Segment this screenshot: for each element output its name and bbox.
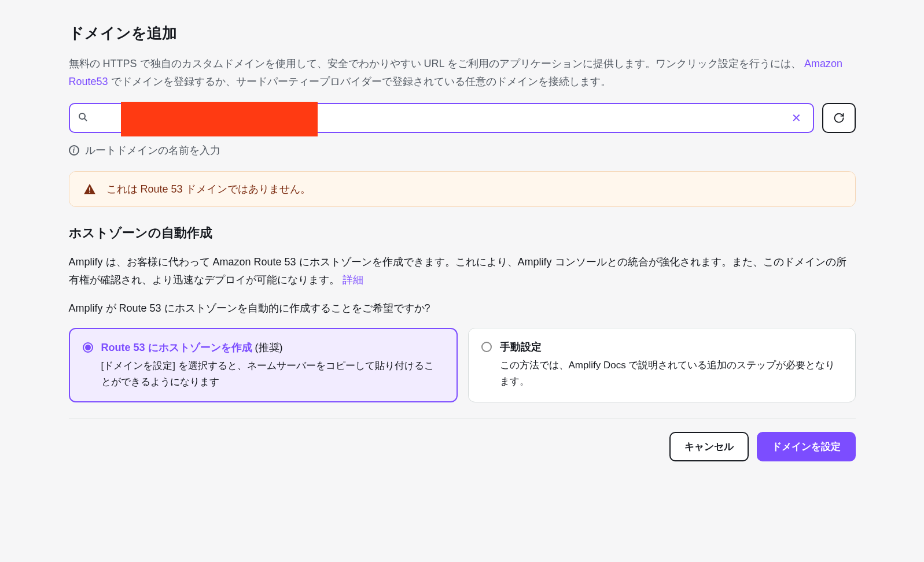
- domain-help-text: ルートドメインの名前を入力: [85, 143, 220, 157]
- intro-text: 無料の HTTPS で独自のカスタムドメインを使用して、安全でわかりやすい UR…: [69, 55, 856, 90]
- hosted-zone-desc: Amplify は、お客様に代わって Amazon Route 53 にホストゾ…: [69, 253, 856, 289]
- svg-line-1: [84, 119, 87, 121]
- refresh-icon: [833, 112, 845, 124]
- warning-icon: [83, 183, 96, 195]
- option-manual-title-strong: 手動設定: [500, 341, 542, 353]
- refresh-button[interactable]: [822, 103, 856, 133]
- domain-help-row: i ルートドメインの名前を入力: [69, 143, 856, 157]
- intro-suffix: でドメインを登録するか、サードパーティープロバイダーで登録されている任意のドメイ…: [111, 76, 611, 87]
- configure-domain-button[interactable]: ドメインを設定: [757, 432, 856, 461]
- option-create-desc: [ドメインを設定] を選択すると、ネームサーバーをコピーして貼り付けることができ…: [101, 358, 444, 389]
- search-icon: [78, 112, 87, 124]
- option-manual-desc: この方法では、Amplify Docs で説明されている追加のステップが必要とな…: [500, 357, 842, 389]
- hosted-zone-question: Amplify が Route 53 にホストゾーンを自動的に作成することをご希…: [69, 301, 856, 315]
- svg-rect-2: [89, 187, 90, 190]
- radio-create-route53[interactable]: [83, 342, 93, 353]
- hosted-zone-options: Route 53 にホストゾーンを作成 (推奨) [ドメインを設定] を選択する…: [69, 328, 856, 402]
- cancel-button[interactable]: キャンセル: [669, 432, 749, 461]
- intro-prefix: 無料の HTTPS で独自のカスタムドメインを使用して、安全でわかりやすい UR…: [69, 58, 801, 69]
- domain-search-box[interactable]: ✕: [69, 103, 814, 133]
- domain-search-row: ✕: [69, 103, 856, 133]
- alert-text: これは Route 53 ドメインではありません。: [106, 182, 311, 196]
- svg-rect-3: [89, 192, 90, 193]
- option-manual-title: 手動設定: [500, 340, 842, 354]
- info-icon: i: [69, 145, 79, 156]
- not-route53-alert: これは Route 53 ドメインではありません。: [69, 171, 856, 207]
- option-create-title: Route 53 にホストゾーンを作成 (推奨): [101, 341, 444, 354]
- option-create-route53[interactable]: Route 53 にホストゾーンを作成 (推奨) [ドメインを設定] を選択する…: [69, 328, 458, 402]
- option-create-title-strong: Route 53 にホストゾーンを作成: [101, 342, 252, 353]
- radio-manual[interactable]: [481, 342, 492, 352]
- page-title: ドメインを追加: [69, 23, 856, 43]
- redacted-domain-value: [121, 102, 318, 136]
- clear-input-button[interactable]: ✕: [788, 111, 805, 125]
- svg-point-0: [79, 113, 85, 119]
- hosted-zone-learn-more-link[interactable]: 詳細: [343, 274, 363, 286]
- hosted-zone-desc-text: Amplify は、お客様に代わって Amazon Route 53 にホストゾ…: [69, 256, 846, 286]
- divider: [69, 419, 856, 419]
- option-manual[interactable]: 手動設定 この方法では、Amplify Docs で説明されている追加のステップ…: [468, 328, 856, 402]
- option-create-title-suffix: (推奨): [252, 342, 283, 353]
- action-buttons: キャンセル ドメインを設定: [69, 432, 856, 461]
- hosted-zone-title: ホストゾーンの自動作成: [69, 224, 856, 242]
